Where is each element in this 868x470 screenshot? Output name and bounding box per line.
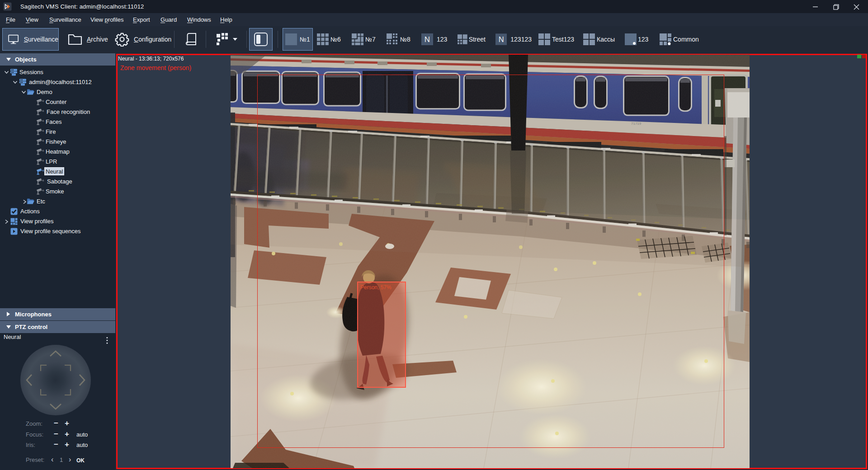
- svg-text:N: N: [499, 35, 504, 44]
- svg-text:N: N: [425, 35, 430, 44]
